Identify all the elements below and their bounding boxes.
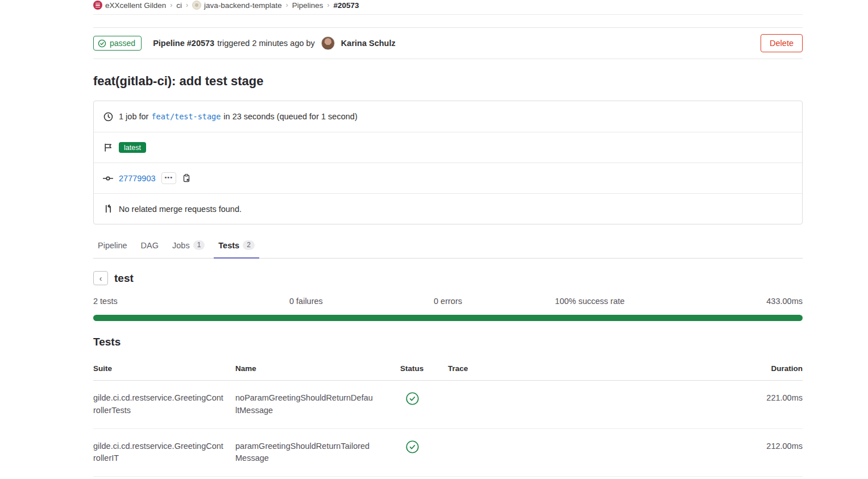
- breadcrumb-separator: ›: [186, 1, 188, 9]
- test-suite-cell: gilde.ci.cd.restservice.GreetingControll…: [93, 392, 235, 417]
- table-row: gilde.ci.cd.restservice.GreetingControll…: [93, 381, 803, 429]
- breadcrumb-pipelines-link[interactable]: Pipelines: [292, 1, 323, 10]
- flag-icon: [103, 143, 113, 152]
- merge-request-text: No related merge requests found.: [119, 205, 242, 214]
- breadcrumb-group[interactable]: eXXcellent Gilden: [93, 1, 166, 10]
- pipeline-tabs: Pipeline DAG Jobs 1 Tests 2: [93, 234, 803, 259]
- delete-button[interactable]: Delete: [761, 34, 803, 52]
- test-status-cell: [400, 392, 448, 409]
- pipeline-page: eXXcellent Gilden › ci › java-backend-te…: [93, 0, 803, 477]
- breadcrumb-project-link[interactable]: java-backend-template: [204, 1, 282, 10]
- tests-table: Suite Name Status Trace Duration gilde.c…: [93, 356, 803, 477]
- commit-sha-link[interactable]: 27779903: [119, 174, 156, 183]
- group-avatar-icon: [93, 1, 102, 10]
- commit-title: feat(gitlab-ci): add test stage: [93, 74, 803, 89]
- stat-errors: 0 errors: [377, 297, 519, 306]
- jobs-info-row: 1 job for feat/test-stage in 23 seconds …: [94, 101, 802, 132]
- jobs-count-badge: 1: [193, 240, 205, 250]
- column-header-suite: Suite: [93, 364, 235, 373]
- test-status-cell: [400, 440, 448, 457]
- latest-badge[interactable]: latest: [119, 142, 146, 153]
- tab-jobs[interactable]: Jobs 1: [168, 234, 209, 259]
- breadcrumb-project[interactable]: java-backend-template: [192, 1, 282, 10]
- tab-pipeline[interactable]: Pipeline: [93, 234, 132, 259]
- column-header-trace: Trace: [448, 364, 740, 373]
- success-progress-bar: [93, 315, 803, 321]
- test-suite-title: test: [114, 272, 134, 285]
- test-suite-header: ‹ test: [93, 271, 803, 285]
- breadcrumb-group-link[interactable]: eXXcellent Gilden: [105, 1, 166, 10]
- pipeline-info-box: 1 job for feat/test-stage in 23 seconds …: [93, 101, 803, 224]
- tab-label: Jobs: [172, 241, 190, 250]
- stat-failures: 0 failures: [235, 297, 377, 306]
- project-avatar-icon: [192, 1, 201, 10]
- commit-message-toggle[interactable]: •••: [161, 172, 177, 184]
- clipboard-icon: [182, 173, 191, 183]
- commit-row: 27779903 •••: [94, 163, 802, 193]
- stat-total-tests: 2 tests: [93, 297, 235, 306]
- breadcrumb-separator: ›: [170, 1, 172, 9]
- tab-dag[interactable]: DAG: [136, 234, 163, 259]
- commit-icon: [103, 173, 113, 184]
- breadcrumb-pipeline-id: #20573: [333, 1, 359, 10]
- tests-count-badge: 2: [243, 240, 255, 250]
- tab-tests[interactable]: Tests 2: [214, 234, 259, 259]
- column-header-duration: Duration: [740, 364, 803, 373]
- breadcrumb-separator: ›: [327, 1, 329, 9]
- breadcrumb: eXXcellent Gilden › ci › java-backend-te…: [93, 0, 803, 15]
- test-name-cell: paramGreetingShouldReturnTailoredMessage: [235, 440, 400, 465]
- test-summary-stats: 2 tests 0 failures 0 errors 100% success…: [93, 297, 803, 306]
- jobs-duration-text: in 23 seconds (queued for 1 second): [223, 112, 357, 121]
- clock-icon: [103, 112, 113, 122]
- branch-link[interactable]: feat/test-stage: [151, 112, 221, 121]
- pipeline-id-label: Pipeline #20573: [153, 39, 214, 48]
- status-badge[interactable]: passed: [93, 36, 142, 51]
- tests-heading: Tests: [93, 336, 803, 348]
- breadcrumb-separator: ›: [286, 1, 288, 9]
- pipeline-status-bar: passed Pipeline #20573 triggered 2 minut…: [93, 27, 803, 59]
- pipeline-trigger-info: Pipeline #20573 triggered 2 minutes ago …: [153, 36, 396, 50]
- column-header-status: Status: [400, 364, 448, 373]
- latest-badge-row: latest: [94, 132, 802, 163]
- merge-request-row: No related merge requests found.: [94, 193, 802, 224]
- stat-duration: 433.00ms: [661, 297, 803, 306]
- back-button[interactable]: ‹: [93, 271, 108, 285]
- tests-table-header: Suite Name Status Trace Duration: [93, 356, 803, 381]
- test-duration-cell: 221.00ms: [740, 392, 803, 405]
- table-row: gilde.ci.cd.restservice.GreetingControll…: [93, 429, 803, 477]
- chevron-left-icon: ‹: [99, 274, 102, 283]
- tab-label: DAG: [141, 241, 159, 250]
- column-header-name: Name: [235, 364, 400, 373]
- test-success-icon[interactable]: [406, 392, 419, 405]
- tab-label: Pipeline: [98, 241, 127, 250]
- test-name-cell: noParamGreetingShouldReturnDefaultMessag…: [235, 392, 400, 417]
- status-badge-label: passed: [110, 39, 135, 48]
- copy-sha-button[interactable]: [182, 173, 191, 183]
- user-name-link[interactable]: Karina Schulz: [341, 39, 396, 48]
- test-success-icon[interactable]: [406, 440, 419, 453]
- stat-success-rate: 100% success rate: [519, 297, 661, 306]
- merge-request-icon: [103, 204, 113, 214]
- breadcrumb-subgroup-link[interactable]: ci: [176, 1, 182, 10]
- tab-label: Tests: [218, 241, 239, 250]
- check-circle-icon: [98, 39, 106, 48]
- triggered-text: triggered 2 minutes ago by: [217, 39, 315, 48]
- jobs-count-text: 1 job for: [119, 112, 148, 121]
- test-suite-cell: gilde.ci.cd.restservice.GreetingControll…: [93, 440, 235, 465]
- test-duration-cell: 212.00ms: [740, 440, 803, 453]
- user-avatar[interactable]: [321, 36, 335, 50]
